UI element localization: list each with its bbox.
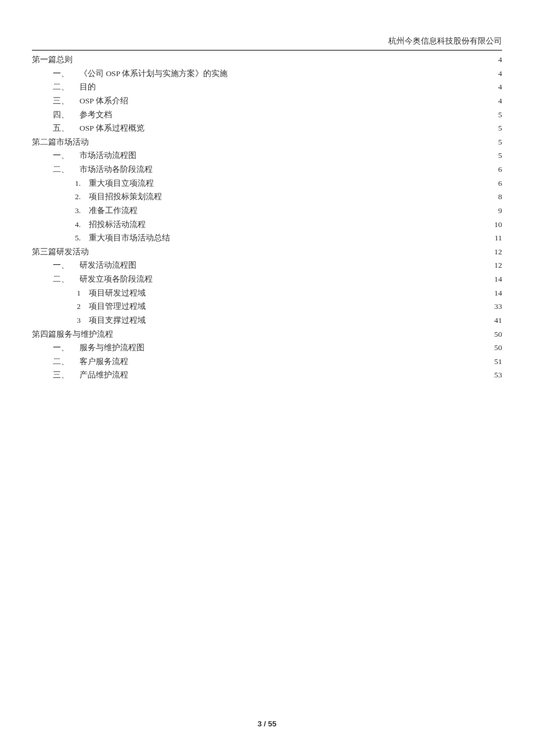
toc-entry: 二、市场活动各阶段流程6 [32,163,502,177]
toc-page-number: 8 [496,190,502,204]
toc-title: 第三篇研发活动 [32,245,89,259]
toc-title: OSP 体系介绍 [80,94,128,108]
toc-entry: 3.准备工作流程9 [32,204,502,218]
toc-page-number: 12 [493,245,503,259]
toc-title: 参考文档 [80,108,112,122]
toc-marker: 二、 [53,163,80,177]
toc-title: 重大项目立项流程 [89,177,154,190]
toc-page-number: 11 [493,231,502,245]
toc-page-number: 5 [496,135,502,149]
toc-page-number: 12 [493,258,503,272]
toc-marker: 二、 [53,80,80,94]
toc-marker: 三、 [53,94,80,108]
toc-page-number: 6 [496,177,502,190]
toc-title: 重大项目市场活动总结 [89,231,170,245]
toc-entry: 二、研发立项各阶段流程14 [32,272,502,286]
toc-page-number: 14 [493,286,503,300]
toc-marker: 一、 [53,258,80,272]
toc-page-number: 14 [493,272,503,286]
toc-entry: 二、客户服务流程51 [32,355,502,369]
toc-marker: 3 [74,314,89,327]
toc-entry: 一、服务与维护流程图50 [32,341,502,355]
toc-page-number: 33 [493,300,503,314]
toc-marker: 二、 [53,355,80,369]
toc-entry: 3项目支撑过程域41 [32,314,502,327]
toc-title: 目的 [80,80,96,94]
toc-page-number: 4 [496,67,502,81]
toc-marker: 一、 [53,149,80,163]
toc-marker: 三、 [53,368,80,382]
toc-page-number: 51 [493,355,503,369]
table-of-contents: 第一篇总则4一、《公司 OSP 体系计划与实施方案》的实施4二、目的4三、OSP… [32,53,502,382]
toc-page-number: 5 [496,121,502,135]
toc-title: 项目研发过程域 [89,286,146,300]
document-page: 杭州今奥信息科技股份有限公司 第一篇总则4一、《公司 OSP 体系计划与实施方案… [0,0,534,382]
toc-title: 项目支撑过程域 [89,314,146,327]
toc-title: 市场活动各阶段流程 [80,163,153,177]
toc-marker: 2 [74,300,89,314]
toc-page-number: 53 [493,368,503,382]
toc-entry: 一、市场活动流程图5 [32,149,502,163]
toc-title: 研发立项各阶段流程 [80,272,153,286]
toc-page-number: 10 [493,218,503,232]
toc-title: 准备工作流程 [89,204,138,218]
toc-marker: 一、 [53,67,80,81]
toc-page-number: 4 [496,94,502,108]
toc-marker: 3. [74,204,89,218]
toc-title: 第二篇市场活动 [32,135,89,149]
toc-title: 项目招投标策划流程 [89,190,162,204]
page-header: 杭州今奥信息科技股份有限公司 [32,36,502,51]
toc-title: 第四篇服务与维护流程 [32,327,113,341]
toc-entry: 一、《公司 OSP 体系计划与实施方案》的实施4 [32,67,502,81]
toc-page-number: 5 [496,149,502,163]
toc-title: 项目管理过程域 [89,300,146,314]
toc-title: OSP 体系过程概览 [80,121,145,135]
page-footer: 3 / 55 [0,719,534,728]
toc-page-number: 50 [493,341,503,355]
toc-entry: 1项目研发过程域14 [32,286,502,300]
toc-entry: 二、目的4 [32,80,502,94]
toc-marker: 1 [74,286,89,300]
toc-title: 研发活动流程图 [80,258,136,272]
toc-page-number: 41 [493,314,503,327]
toc-marker: 4. [74,218,89,232]
toc-page-number: 6 [496,163,502,177]
toc-marker: 一、 [53,341,80,355]
toc-title: 《公司 OSP 体系计划与实施方案》的实施 [80,67,228,81]
toc-entry: 2.项目招投标策划流程8 [32,190,502,204]
toc-entry: 三、产品维护流程53 [32,368,502,382]
toc-entry: 第三篇研发活动12 [32,245,502,259]
toc-entry: 4.招投标活动流程10 [32,218,502,232]
company-name: 杭州今奥信息科技股份有限公司 [388,37,502,45]
toc-title: 产品维护流程 [80,368,128,382]
toc-marker: 四、 [53,108,80,122]
toc-page-number: 5 [496,108,502,122]
toc-title: 招投标活动流程 [89,218,146,232]
toc-title: 客户服务流程 [80,355,128,369]
page-number: 3 / 55 [258,719,277,728]
toc-marker: 5. [74,231,89,245]
toc-entry: 五、OSP 体系过程概览5 [32,121,502,135]
toc-page-number: 9 [496,204,502,218]
toc-title: 服务与维护流程图 [80,341,145,355]
toc-page-number: 4 [496,53,502,67]
toc-marker: 五、 [53,121,80,135]
toc-marker: 二、 [53,272,80,286]
toc-entry: 一、研发活动流程图12 [32,258,502,272]
toc-title: 第一篇总则 [32,53,73,67]
toc-entry: 第四篇服务与维护流程50 [32,327,502,341]
toc-entry: 5.重大项目市场活动总结11 [32,231,502,245]
toc-entry: 三、OSP 体系介绍4 [32,94,502,108]
toc-entry: 第一篇总则4 [32,53,502,67]
toc-page-number: 4 [496,80,502,94]
toc-page-number: 50 [493,327,503,341]
toc-entry: 1.重大项目立项流程6 [32,177,502,190]
toc-entry: 四、参考文档5 [32,108,502,122]
toc-marker: 1. [74,177,89,190]
toc-entry: 第二篇市场活动5 [32,135,502,149]
toc-entry: 2项目管理过程域33 [32,300,502,314]
toc-marker: 2. [74,190,89,204]
toc-title: 市场活动流程图 [80,149,136,163]
